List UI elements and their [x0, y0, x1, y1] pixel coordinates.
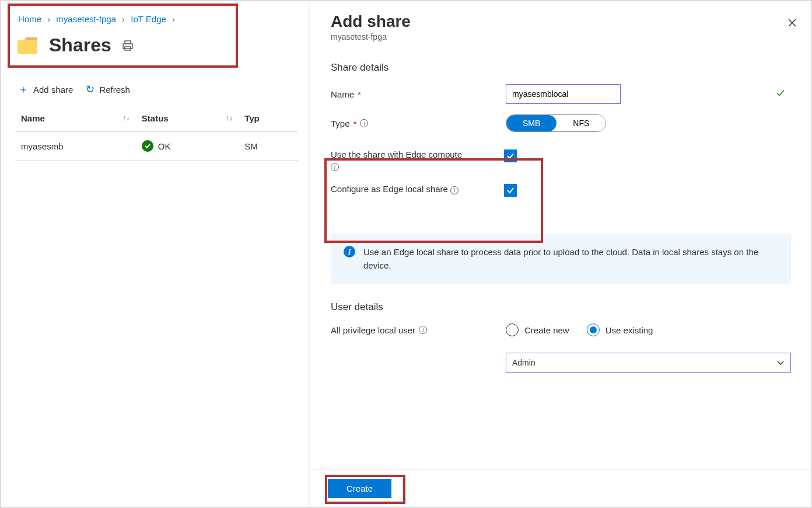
radio-icon	[506, 323, 519, 336]
info-banner-text: Use an Edge local share to process data …	[363, 246, 778, 272]
type-nfs-option[interactable]: NFS	[556, 115, 606, 131]
panel-subtitle: myasetest-fpga	[331, 32, 791, 41]
type-label: Type * i	[331, 119, 506, 128]
breadcrumb-resource[interactable]: myasetest-fpga	[56, 14, 116, 24]
close-button[interactable]	[788, 18, 797, 30]
share-status-cell: OK	[136, 132, 239, 161]
plus-icon: ＋	[18, 82, 29, 96]
folder-icon	[16, 36, 38, 55]
shares-table: Name ↑↓ Status ↑↓ Typ myasesmb	[15, 105, 298, 161]
sort-icon: ↑↓	[123, 113, 130, 122]
breadcrumb-section[interactable]: IoT Edge	[131, 14, 166, 24]
info-icon[interactable]: i	[331, 163, 339, 171]
create-new-radio[interactable]: Create new	[506, 323, 569, 336]
share-type-cell: SM	[239, 132, 298, 161]
chevron-down-icon	[776, 359, 785, 367]
column-header-status[interactable]: Status ↑↓	[136, 105, 239, 132]
type-toggle: SMB NFS	[506, 114, 606, 132]
share-details-heading: Share details	[331, 62, 791, 74]
refresh-icon: ↻	[86, 83, 94, 96]
share-name-cell: myasesmb	[15, 132, 136, 161]
column-header-type[interactable]: Typ	[239, 105, 298, 132]
table-row[interactable]: myasesmb OK SM	[15, 132, 298, 161]
edge-local-label: Configure as Edge local share i	[331, 184, 497, 194]
panel-title: Add share	[331, 12, 791, 31]
page-title: Shares	[49, 34, 111, 56]
chevron-icon: ›	[47, 14, 50, 24]
name-label: Name *	[331, 89, 506, 99]
refresh-button[interactable]: ↻ Refresh	[86, 82, 130, 96]
type-smb-option[interactable]: SMB	[506, 115, 556, 131]
close-icon	[788, 18, 797, 27]
info-banner: i Use an Edge local share to process dat…	[331, 234, 791, 284]
check-icon	[776, 89, 785, 100]
user-details-heading: User details	[331, 301, 791, 313]
chevron-icon: ›	[122, 14, 125, 24]
breadcrumb: Home › myasetest-fpga › IoT Edge ›	[15, 9, 298, 24]
info-icon[interactable]: i	[450, 186, 459, 194]
chevron-icon: ›	[172, 14, 175, 24]
edge-local-checkbox[interactable]	[504, 184, 517, 197]
privilege-label: All privilege local user i	[331, 325, 506, 335]
create-button[interactable]: Create	[328, 479, 391, 498]
refresh-label: Refresh	[99, 85, 130, 95]
radio-icon	[587, 323, 600, 336]
info-icon[interactable]: i	[419, 326, 427, 334]
selected-user: Admin	[512, 358, 536, 367]
status-ok-icon	[142, 140, 153, 152]
edge-compute-checkbox[interactable]	[504, 149, 517, 162]
column-header-name[interactable]: Name ↑↓	[15, 105, 136, 132]
info-icon[interactable]: i	[360, 119, 368, 127]
add-share-label: Add share	[33, 85, 73, 95]
info-icon: i	[344, 246, 355, 258]
add-share-panel: Add share myasetest-fpga Share details N…	[310, 1, 811, 507]
add-share-button[interactable]: ＋ Add share	[18, 82, 73, 96]
print-icon[interactable]	[122, 40, 134, 51]
sort-icon: ↑↓	[225, 113, 233, 122]
share-name-input[interactable]	[506, 84, 621, 104]
use-existing-radio[interactable]: Use existing	[587, 323, 653, 336]
edge-compute-label: Use the share with Edge compute i	[331, 149, 497, 171]
user-select[interactable]: Admin	[506, 353, 791, 373]
breadcrumb-home[interactable]: Home	[18, 14, 41, 24]
